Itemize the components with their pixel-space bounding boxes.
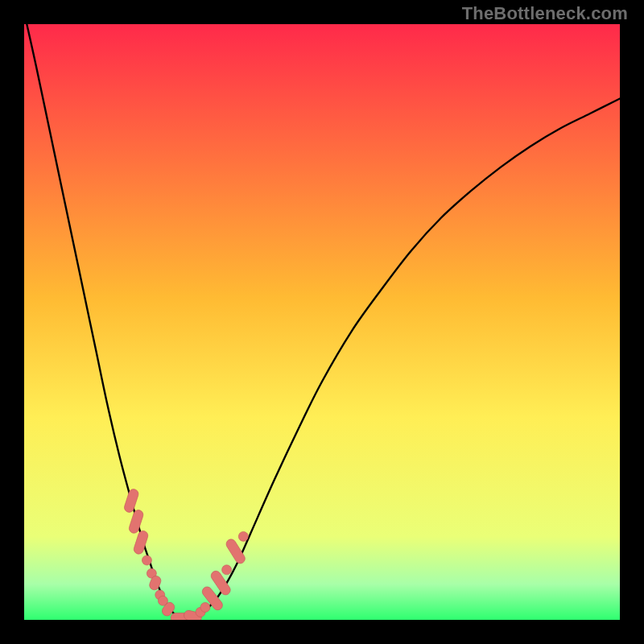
- curve-marker: [222, 565, 232, 575]
- curve-marker: [200, 602, 210, 612]
- chart-svg: [24, 24, 620, 620]
- chart-frame: TheBottleneck.com: [0, 0, 644, 644]
- gradient-bg: [24, 24, 620, 620]
- watermark-text: TheBottleneck.com: [462, 3, 628, 24]
- curve-marker: [142, 555, 151, 565]
- curve-marker: [238, 531, 248, 541]
- plot-area: [24, 24, 620, 620]
